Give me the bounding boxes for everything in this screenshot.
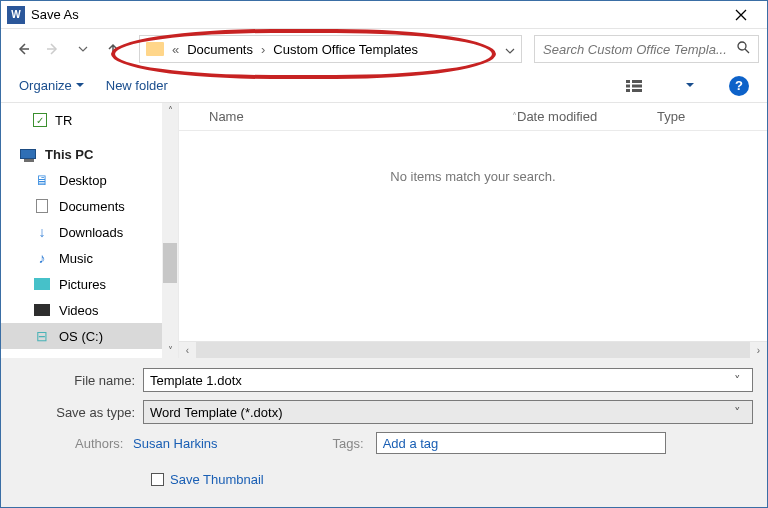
tree-item-this-pc[interactable]: This PC [1, 141, 178, 167]
forward-button[interactable] [39, 35, 67, 63]
svg-rect-6 [632, 89, 642, 92]
horizontal-scrollbar[interactable]: ‹ › [179, 341, 767, 358]
search-box[interactable] [534, 35, 759, 63]
help-button[interactable]: ? [729, 76, 749, 96]
tree-label: Desktop [59, 173, 107, 188]
tree-item-documents[interactable]: Documents [1, 193, 178, 219]
navigation-bar: « Documents › Custom Office Templates [1, 29, 767, 69]
scroll-up-icon[interactable]: ˄ [168, 105, 173, 116]
tree-item-pictures[interactable]: Pictures [1, 271, 178, 297]
save-type-value: Word Template (*.dotx) [150, 405, 728, 420]
main-content: ✓ TR This PC 🖥 Desktop Documents ↓ Downl… [1, 103, 767, 358]
save-form: File name: ˅ Save as type: Word Template… [1, 358, 767, 508]
svg-rect-4 [632, 80, 642, 83]
tree-item-music[interactable]: ♪ Music [1, 245, 178, 271]
tree-label: This PC [45, 147, 93, 162]
tags-field[interactable]: Add a tag [376, 432, 666, 454]
download-icon: ↓ [33, 225, 51, 239]
save-type-dropdown[interactable]: ˅ [728, 405, 746, 420]
svg-rect-3 [626, 89, 630, 92]
word-icon: W [7, 6, 25, 24]
tree-label: TR [55, 113, 72, 128]
navigation-tree: ✓ TR This PC 🖥 Desktop Documents ↓ Downl… [1, 103, 179, 358]
view-dropdown[interactable] [673, 74, 707, 98]
tree-item-downloads[interactable]: ↓ Downloads [1, 219, 178, 245]
svg-rect-1 [626, 80, 630, 83]
file-name-label: File name: [15, 373, 143, 388]
column-date-modified[interactable]: Date modified [517, 109, 657, 124]
titlebar: W Save As [1, 1, 767, 29]
breadcrumb[interactable]: « Documents › Custom Office Templates [139, 35, 522, 63]
toolbar: Organize New folder ? [1, 69, 767, 103]
breadcrumb-dropdown[interactable] [505, 42, 515, 57]
tree-label: Documents [59, 199, 125, 214]
breadcrumb-custom-templates[interactable]: Custom Office Templates [273, 42, 418, 57]
pictures-icon [33, 277, 51, 291]
videos-icon [33, 303, 51, 317]
save-thumbnail-checkbox[interactable] [151, 473, 164, 486]
breadcrumb-documents[interactable]: Documents [187, 42, 253, 57]
drive-icon: ⊟ [33, 329, 51, 343]
authors-value[interactable]: Susan Harkins [133, 436, 218, 451]
tags-placeholder: Add a tag [383, 436, 439, 451]
column-name[interactable]: Name [179, 109, 512, 124]
tree-label: Music [59, 251, 93, 266]
folder-icon [146, 42, 164, 56]
music-icon: ♪ [33, 251, 51, 265]
desktop-icon: 🖥 [33, 173, 51, 187]
tree-item-os-c[interactable]: ⊟ OS (C:) [1, 323, 178, 349]
tree-label: Downloads [59, 225, 123, 240]
svg-rect-5 [632, 84, 642, 87]
scroll-down-icon[interactable]: ˅ [168, 345, 173, 356]
tree-item-tr[interactable]: ✓ TR [1, 107, 178, 133]
svg-rect-2 [626, 84, 630, 87]
save-thumbnail-label[interactable]: Save Thumbnail [170, 472, 264, 487]
file-list: Name ˄ Date modified Type No items match… [179, 103, 767, 358]
file-name-input[interactable] [150, 373, 728, 388]
tree-item-videos[interactable]: Videos [1, 297, 178, 323]
breadcrumb-ellipsis: « [168, 42, 183, 57]
authors-label: Authors: [75, 436, 129, 451]
tags-label: Tags: [333, 436, 370, 451]
window-title: Save As [31, 7, 79, 22]
svg-point-0 [738, 42, 746, 50]
documents-icon [33, 199, 51, 213]
organize-label: Organize [19, 78, 72, 93]
scroll-thumb[interactable] [163, 243, 177, 283]
tree-item-desktop[interactable]: 🖥 Desktop [1, 167, 178, 193]
save-type-field[interactable]: Word Template (*.dotx) ˅ [143, 400, 753, 424]
scroll-left-icon[interactable]: ‹ [179, 342, 196, 358]
chevron-right-icon: › [257, 42, 269, 57]
organize-menu[interactable]: Organize [19, 78, 84, 93]
tree-label: Pictures [59, 277, 106, 292]
empty-message: No items match your search. [179, 131, 767, 341]
recent-locations-button[interactable] [69, 35, 97, 63]
up-button[interactable] [99, 35, 127, 63]
save-type-label: Save as type: [15, 405, 143, 420]
file-name-field[interactable]: ˅ [143, 368, 753, 392]
tree-label: OS (C:) [59, 329, 103, 344]
pc-icon [19, 147, 37, 161]
scroll-right-icon[interactable]: › [750, 342, 767, 358]
column-headers: Name ˄ Date modified Type [179, 103, 767, 131]
tree-label: Videos [59, 303, 99, 318]
view-options-button[interactable] [617, 74, 651, 98]
search-input[interactable] [543, 42, 731, 57]
close-button[interactable] [721, 1, 761, 29]
new-folder-button[interactable]: New folder [106, 78, 168, 93]
tree-scrollbar[interactable]: ˄ ˅ [162, 103, 178, 358]
file-name-dropdown[interactable]: ˅ [728, 373, 746, 388]
shortcut-icon: ✓ [33, 113, 47, 127]
column-type[interactable]: Type [657, 109, 767, 124]
search-icon[interactable] [737, 41, 750, 57]
back-button[interactable] [9, 35, 37, 63]
